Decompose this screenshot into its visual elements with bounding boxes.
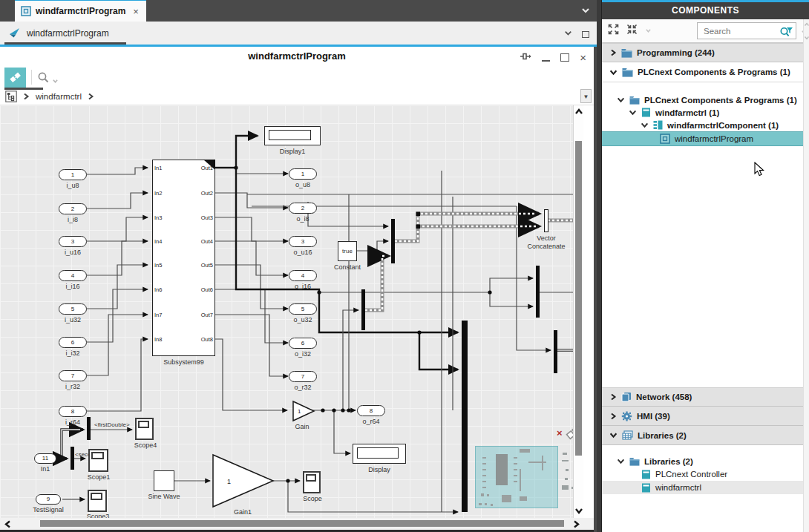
outport-block[interactable]: 5 <box>289 303 317 315</box>
minimap-viewport[interactable] <box>475 446 558 508</box>
outport-block[interactable]: 3 <box>289 236 317 247</box>
gain-block[interactable]: 1 <box>293 401 314 421</box>
diagram-canvas[interactable]: 1 1 1 i_u8 2 i_i8 3 i_u16 4 i_i16 5 i_u3… <box>0 105 583 518</box>
tab-windfarmctrlprogram[interactable]: windfarmctrlProgram × <box>15 0 146 22</box>
mux-block[interactable] <box>554 330 557 373</box>
panel-scrollbar[interactable] <box>803 19 809 532</box>
tree-item-windfarmctrl-lib[interactable]: windfarmctrl (1) <box>602 106 809 119</box>
document-title: windfarmctrlProgram <box>27 28 109 39</box>
mux-block[interactable] <box>391 219 395 263</box>
pin-icon[interactable] <box>520 50 531 64</box>
toolbar-more-chevron-icon[interactable] <box>645 28 652 33</box>
outport-block[interactable]: 8 <box>357 405 385 416</box>
inport-block[interactable]: 1 <box>59 169 87 180</box>
outport-block[interactable]: 4 <box>289 270 317 281</box>
scroll-left-icon[interactable] <box>4 520 11 528</box>
canvas-horizontal-scrollbar[interactable] <box>0 518 594 530</box>
tree-section-network[interactable]: Network (458) <box>602 387 809 407</box>
inport-block[interactable]: 8 <box>59 406 87 417</box>
breadcrumb-item[interactable]: windfarmctrl <box>36 92 82 101</box>
zoom-tool-button[interactable] <box>37 71 59 84</box>
doc-maximize-icon[interactable] <box>582 31 589 38</box>
search-filter-icon[interactable] <box>779 24 793 38</box>
maximize-icon[interactable] <box>560 53 569 62</box>
search-input[interactable] <box>698 27 779 36</box>
breadcrumb-dropdown-button[interactable]: ▼ <box>580 89 592 103</box>
chevron-down-icon[interactable] <box>641 122 649 128</box>
outport-block[interactable]: 7 <box>289 371 317 382</box>
canvas-vertical-scrollbar[interactable] <box>573 105 583 518</box>
inport-block[interactable]: 4 <box>59 270 87 281</box>
expand-all-button[interactable] <box>608 24 619 38</box>
mux-block[interactable] <box>361 289 365 330</box>
display-block[interactable] <box>353 444 406 464</box>
collapse-all-button[interactable] <box>626 24 638 38</box>
mux-block[interactable] <box>536 266 540 318</box>
inport-block[interactable]: 5 <box>59 303 87 315</box>
demux-block[interactable] <box>87 417 91 440</box>
scope3-block[interactable] <box>88 490 107 512</box>
tab-close-icon[interactable]: × <box>133 6 139 17</box>
doc-chevron-down-icon[interactable] <box>563 27 573 41</box>
mux-block[interactable] <box>462 321 468 512</box>
scope1-block[interactable] <box>88 449 108 472</box>
tree-section-programming[interactable]: Programming (244) <box>602 43 809 62</box>
tab-list-chevron-down-icon[interactable] <box>580 5 591 19</box>
tree-section-hmi[interactable]: HMI (39) <box>602 407 809 426</box>
tree-item-windfarmctrlcomponent[interactable]: windfarmctrlComponent (1) <box>602 119 809 131</box>
breadcrumb-chevron-icon-2[interactable] <box>88 93 94 100</box>
gain1-block[interactable]: 1 <box>213 455 273 507</box>
minimap-close-icon[interactable]: × <box>557 427 563 439</box>
scope4-block[interactable] <box>135 418 154 440</box>
chevron-down-icon[interactable] <box>609 69 618 76</box>
inport-label: i_i16 <box>59 283 87 290</box>
tree-label: PLCnext Components & Programs (1) <box>644 96 797 105</box>
subsystem-in-port: In4 <box>154 238 162 245</box>
chevron-right-icon[interactable] <box>609 49 617 56</box>
tree-item-windfarmctrlprogram-selected[interactable]: windfarmctrlProgram <box>602 131 809 146</box>
outport-block[interactable]: 1 <box>289 168 317 180</box>
close-icon[interactable]: × <box>580 53 586 62</box>
connection-mode-button[interactable] <box>4 68 26 88</box>
inport-block[interactable]: 9 <box>36 494 61 505</box>
outport-label: o_i8 <box>289 215 317 223</box>
constant-block[interactable]: true <box>338 241 357 261</box>
tree-item-plcnext-controller[interactable]: PLCnext Controller <box>602 467 809 481</box>
demux-block[interactable] <box>71 447 74 470</box>
chevron-down-icon[interactable] <box>617 458 625 464</box>
inport-block[interactable]: 7 <box>59 370 87 381</box>
hierarchy-icon[interactable] <box>5 91 17 102</box>
vector-concatenate-block[interactable] <box>544 209 548 232</box>
chevron-down-icon[interactable] <box>609 432 618 439</box>
mouse-cursor <box>754 162 766 177</box>
scope-block[interactable] <box>303 471 321 493</box>
horizontal-scroll-thumb[interactable] <box>40 520 564 527</box>
scroll-up-icon[interactable] <box>574 108 583 115</box>
tree-item-libraries-folder[interactable]: Libraries (2) <box>602 455 809 467</box>
tree-item-plcnext-folder[interactable]: PLCnext Components & Programs (1) <box>602 93 809 106</box>
chevron-right-icon[interactable] <box>609 393 617 401</box>
tree-item-windfarmctrl-library[interactable]: windfarmctrl <box>602 481 809 494</box>
display1-block[interactable] <box>264 126 321 145</box>
subsystem-block[interactable]: In1 In2 In3 In4 In5 In6 In7 In8 Out1 Out… <box>152 160 215 356</box>
inport-block[interactable]: 11 <box>34 453 56 464</box>
chevron-right-icon[interactable] <box>609 413 617 420</box>
outport-block[interactable]: 2 <box>289 203 317 214</box>
chevron-down-icon[interactable] <box>629 109 637 116</box>
outport-block[interactable]: 6 <box>289 338 317 349</box>
inport-block[interactable]: 3 <box>59 236 87 247</box>
panel-scroll-up-icon[interactable] <box>804 22 809 27</box>
scroll-down-icon[interactable] <box>574 508 583 514</box>
panel-scroll-down-icon[interactable] <box>804 36 809 40</box>
chevron-down-icon[interactable] <box>617 96 625 103</box>
display-value-area <box>357 447 399 459</box>
sine-wave-block[interactable] <box>154 470 174 491</box>
vertical-scroll-thumb[interactable] <box>575 141 582 456</box>
search-box[interactable] <box>697 22 796 39</box>
inport-block[interactable]: 6 <box>59 337 87 348</box>
scroll-right-icon[interactable] <box>573 520 580 528</box>
tree-section-libraries[interactable]: Libraries (2) <box>602 426 809 445</box>
tree-section-plcnext[interactable]: PLCnext Components & Programs (1) <box>602 62 809 82</box>
minimize-icon[interactable] <box>542 53 550 62</box>
inport-block[interactable]: 2 <box>59 203 87 214</box>
